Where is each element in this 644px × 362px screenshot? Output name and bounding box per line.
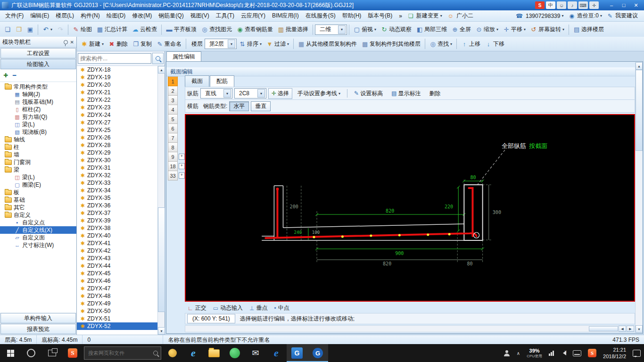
tree-item[interactable]: ▧ 现浇板(B): [0, 128, 76, 136]
menu-extra-button[interactable]: ☺ 广小二: [445, 11, 478, 21]
taskbar-search-input[interactable]: [87, 350, 150, 356]
list-scrollbar[interactable]: ▲ ▼: [157, 66, 165, 335]
menu-overflow-chevron[interactable]: »: [396, 11, 405, 21]
account-menu-item[interactable]: ☎ 13907298339 ▾: [513, 11, 566, 21]
row-number-cell[interactable]: 4: [168, 105, 178, 115]
list-item[interactable]: ✱ ZDYX-21: [77, 89, 157, 96]
green-browser-button[interactable]: [224, 344, 245, 362]
toolbar-button[interactable]: ❒: [13, 25, 25, 34]
tree-item[interactable]: ▱ 自定义面: [0, 234, 76, 241]
list-item[interactable]: ✱ ZDYX-19: [77, 74, 157, 81]
menu-item[interactable]: BIM应用(I): [269, 10, 302, 21]
component-toolbar-button[interactable]: 楼层: [188, 39, 205, 49]
menu-item[interactable]: 云应用(Y): [238, 10, 269, 21]
toolbar-button[interactable]: ↷: [55, 25, 66, 34]
account-menu-item[interactable]: ✎ 我要建议: [605, 11, 642, 21]
tree-item[interactable]: 基础: [0, 196, 76, 204]
row-number-cell[interactable]: 1: [168, 76, 178, 86]
toolbar-button[interactable]: ☁ 云检查: [130, 24, 159, 35]
tree-item[interactable]: ▦ 轴网(J): [0, 90, 76, 98]
component-search-input[interactable]: [78, 53, 151, 64]
component-toolbar-button[interactable]: ▼ 过滤 ▾: [264, 38, 291, 50]
start-button[interactable]: [0, 344, 21, 362]
list-item[interactable]: ✱ ZDYX-28: [77, 141, 157, 149]
list-item[interactable]: ✱ ZDYX-48: [77, 292, 157, 300]
cortana-button[interactable]: [21, 344, 41, 362]
list-item[interactable]: ✱ ZDYX-41: [77, 239, 157, 247]
tree-item[interactable]: ▥ 剪力墙(Q): [0, 113, 76, 121]
list-item[interactable]: ✱ ZDYX-23: [77, 104, 157, 111]
tree-item[interactable]: ↔ 尺寸标注(W): [0, 241, 76, 249]
toolbar-button[interactable]: ↺ 屏幕旋转 ▾: [528, 24, 567, 35]
component-toolbar-button[interactable]: ↓ 下移: [483, 38, 507, 50]
file-explorer-button[interactable]: [204, 344, 224, 362]
list-item[interactable]: ✱ ZDYX-27: [77, 119, 157, 126]
ime-language-indicator[interactable]: 中: [546, 1, 555, 9]
collapse-all-icon[interactable]: ━: [13, 73, 16, 78]
snap-toggle[interactable]: ∟ 正交: [188, 304, 206, 312]
list-item[interactable]: ✱ ZDYX-30: [77, 156, 157, 164]
menu-item[interactable]: 工具(T): [213, 10, 238, 21]
report-preview-button[interactable]: 报表预览: [0, 324, 76, 334]
tree-item[interactable]: 门窗洞: [0, 158, 76, 166]
glodon-app-button[interactable]: G: [287, 344, 307, 362]
editor-scroll-thumb[interactable]: [636, 70, 643, 151]
tree-item[interactable]: ▢ 圈梁(E): [0, 181, 76, 189]
toolbar-button[interactable]: [161, 25, 162, 35]
volume-tray-button[interactable]: [557, 344, 570, 362]
rebar-spec-combo[interactable]: 2C8 ▾: [234, 88, 266, 99]
component-toolbar-button[interactable]: [456, 39, 457, 49]
row-number-cell[interactable]: 7: [168, 133, 178, 143]
list-item[interactable]: ✱ ZDYX-43: [77, 255, 157, 262]
network-tray-button[interactable]: [545, 344, 557, 362]
list-item[interactable]: ✱ ZDYX-24: [77, 111, 157, 119]
menu-item[interactable]: 楼层(L): [52, 10, 77, 21]
maximize-button[interactable]: □: [618, 2, 630, 8]
component-toolbar-button[interactable]: ✱ 新建 ▾: [79, 38, 106, 50]
list-item[interactable]: ✱ ZDYX-26: [77, 134, 157, 141]
show-annotation-button[interactable]: ▤ 显示标注: [388, 88, 424, 99]
menu-extra-button[interactable]: ❏ 新建变更 ▾: [405, 11, 445, 21]
tree-item[interactable]: ◫ 梁(L): [0, 173, 76, 181]
tree-item[interactable]: 墙: [0, 151, 76, 158]
vertical-toggle[interactable]: 垂直: [251, 101, 271, 111]
toolbar-button[interactable]: ↶ ▾: [40, 25, 55, 34]
list-item[interactable]: ✱ ZDYX-46: [77, 277, 157, 285]
list-item[interactable]: ✱ ZDYX-35: [77, 194, 157, 202]
component-toolbar-button[interactable]: 第2层 ▾: [205, 39, 237, 49]
list-item[interactable]: ✱ ZDYX-47: [77, 285, 157, 292]
tree-item[interactable]: ▤ 筏板基础(M): [0, 98, 76, 106]
expand-plus-icon[interactable]: [179, 154, 185, 160]
editor-vscrollbar[interactable]: ▲ ▼: [635, 62, 642, 333]
taskbar-clock[interactable]: 21:21 2018/12/2: [600, 344, 629, 362]
mail-app-button[interactable]: ✉: [245, 344, 266, 362]
hidden-icons-button[interactable]: ∧: [513, 344, 523, 362]
tree-item[interactable]: 梁: [0, 166, 76, 173]
sogou-ime-icon[interactable]: S: [535, 1, 545, 9]
tree-item[interactable]: ╱ 自定义线(X): [0, 226, 76, 234]
task-view-button[interactable]: [41, 344, 62, 362]
tree-item[interactable]: 轴线: [0, 136, 76, 143]
list-item[interactable]: ✱ ZDYX-38: [77, 224, 157, 232]
row-number-cell[interactable]: 33: [168, 171, 178, 181]
row-number-cell[interactable]: 5: [168, 115, 178, 124]
scrollbar-thumb[interactable]: [158, 207, 165, 312]
menu-item[interactable]: 在线服务(S): [302, 10, 339, 21]
tree-item[interactable]: ◫ 梁(L): [0, 121, 76, 128]
row-number-cell[interactable]: 8: [168, 143, 178, 152]
tree-item[interactable]: 常用构件类型: [0, 83, 76, 90]
single-component-input-button[interactable]: 单构件输入: [0, 313, 76, 323]
pinned-app-button[interactable]: [162, 344, 183, 362]
section-canvas[interactable]: 80 820 220 240 100 900 200 300: [185, 114, 635, 302]
component-toolbar-button[interactable]: ❐ 复制: [130, 38, 154, 50]
toolbar-button[interactable]: ▤ 选择楼层: [571, 24, 606, 35]
editor-scroll-up-icon[interactable]: ▲: [636, 62, 643, 70]
toolbar-button[interactable]: ▥ 批量选择: [275, 24, 311, 35]
cpu-widget[interactable]: 39% CPU使用: [523, 344, 545, 362]
list-item[interactable]: ✱ ZDYX-49: [77, 300, 157, 307]
tree-item[interactable]: 板: [0, 189, 76, 196]
hscroll-right-icon[interactable]: ▶: [627, 326, 634, 332]
toolbar-button[interactable]: ◉ 查看钢筋量: [234, 24, 275, 35]
keyboard-tray-button[interactable]: [570, 344, 585, 362]
menu-item[interactable]: 帮助(H): [339, 10, 365, 21]
